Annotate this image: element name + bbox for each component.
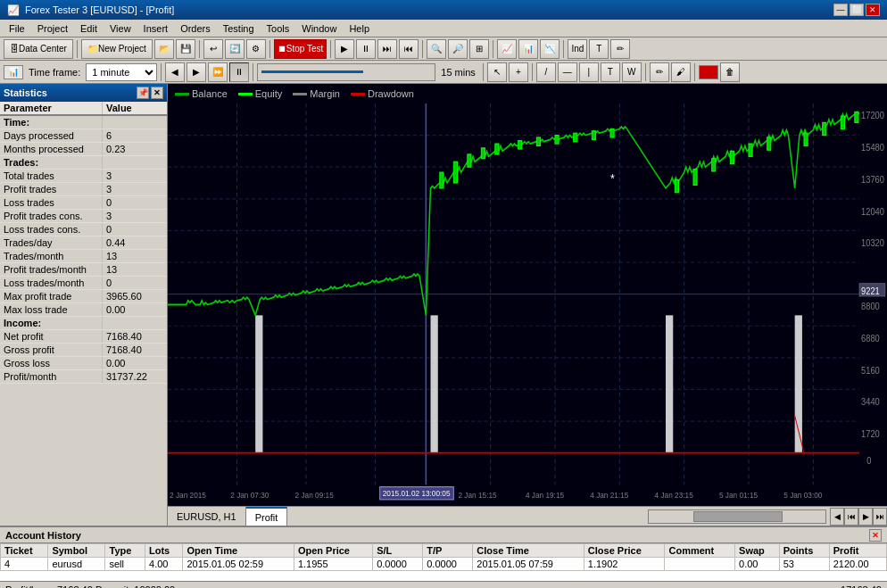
- chart-legend: Balance Equity Margin Drawdown: [168, 84, 887, 104]
- maximize-button[interactable]: ⬜: [850, 4, 864, 16]
- chart-tab-eurusd[interactable]: EURUSD, H1: [168, 507, 246, 526]
- chart-prev-end-button[interactable]: ⏮: [844, 508, 858, 526]
- cell-profit: 2120.00: [829, 558, 886, 571]
- speed-button[interactable]: ⏩: [208, 62, 228, 82]
- zoom-out-button[interactable]: 🔎: [448, 39, 468, 59]
- menu-view[interactable]: View: [104, 22, 137, 35]
- menu-insert[interactable]: Insert: [138, 22, 174, 35]
- menu-window[interactable]: Window: [296, 22, 342, 35]
- margin-label: Margin: [310, 88, 340, 99]
- drawdown-color-swatch: [351, 93, 365, 95]
- stats-row-total: Total trades 3: [0, 170, 167, 183]
- title-bar: 📈 Forex Tester 3 [EURUSD] - [Profit] — ⬜…: [0, 0, 887, 20]
- cell-tp: 0.0000: [423, 558, 473, 571]
- pause-speed-button[interactable]: ⏸: [229, 62, 249, 82]
- statistics-header: Statistics 📌 ✕: [0, 84, 167, 102]
- indicator-button[interactable]: Ind: [568, 39, 587, 59]
- close-button[interactable]: ✕: [866, 4, 880, 16]
- chart-prev-button[interactable]: ◀: [830, 508, 844, 526]
- chart-canvas[interactable]: * 17200 15480 13760 12040 10320 9221 922…: [168, 104, 887, 506]
- prev-bar-button[interactable]: ◀: [165, 62, 185, 82]
- legend-equity: Equity: [238, 88, 283, 99]
- fib-button[interactable]: W: [622, 62, 642, 82]
- chart-next-button[interactable]: ▶: [858, 508, 873, 526]
- zoom-fit-button[interactable]: ⊞: [469, 39, 489, 59]
- svg-rect-41: [712, 159, 716, 171]
- trade-row-1[interactable]: 4 eurusd sell 4.00 2015.01.05 02:59 1.19…: [1, 558, 887, 571]
- save-button[interactable]: 💾: [176, 39, 195, 59]
- svg-text:*: *: [610, 171, 615, 186]
- chart-next-end-button[interactable]: ⏭: [873, 508, 887, 526]
- brush-button[interactable]: 🖌: [671, 62, 691, 82]
- stats-pin-button[interactable]: 📌: [137, 87, 149, 99]
- new-project-icon: 📁: [87, 44, 98, 54]
- stop-test-button[interactable]: ⏹ Stop Test: [274, 39, 327, 59]
- trend-line-button[interactable]: /: [536, 62, 556, 82]
- chart-line-button[interactable]: 📈: [497, 39, 517, 59]
- menu-help[interactable]: Help: [344, 22, 375, 35]
- account-history-table-container[interactable]: Ticket Symbol Type Lots Open Time Open P…: [0, 543, 887, 581]
- back-button[interactable]: ↩: [203, 39, 223, 59]
- data-center-button[interactable]: 🗄 Data Center: [4, 39, 73, 59]
- menu-tools[interactable]: Tools: [261, 22, 295, 35]
- h-line-button[interactable]: —: [558, 62, 577, 82]
- statistics-panel: Statistics 📌 ✕ Parameter Value Time: Day…: [0, 84, 168, 526]
- cell-close-price: 1.1902: [584, 558, 665, 571]
- stats-row-trades-header: Trades:: [0, 156, 167, 170]
- col-sl: S/L: [373, 544, 423, 558]
- svg-rect-36: [574, 133, 577, 141]
- play-button[interactable]: ▶: [335, 39, 354, 59]
- balance-color-swatch: [175, 93, 189, 95]
- svg-text:5 Jan 01:15: 5 Jan 01:15: [719, 490, 758, 500]
- svg-text:2 Jan 09:15: 2 Jan 09:15: [295, 490, 334, 500]
- pencil-button[interactable]: ✏: [650, 62, 669, 82]
- step-back-button[interactable]: ⏮: [399, 39, 419, 59]
- text-button[interactable]: T: [601, 62, 620, 82]
- svg-text:9221: 9221: [861, 286, 880, 296]
- account-history-close[interactable]: ✕: [869, 529, 882, 542]
- margin-color-swatch: [293, 93, 307, 95]
- svg-text:4 Jan 23:15: 4 Jan 23:15: [655, 490, 693, 500]
- window-controls[interactable]: — ⬜ ✕: [833, 4, 880, 16]
- menu-testing[interactable]: Testing: [218, 22, 260, 35]
- chart-tab-nav[interactable]: ◀ ⏮ ▶ ⏭: [648, 507, 887, 526]
- menu-file[interactable]: File: [4, 22, 30, 35]
- statistics-title: Statistics: [4, 87, 47, 98]
- stats-header-controls[interactable]: 📌 ✕: [137, 87, 163, 99]
- new-project-button[interactable]: 📁 New Project: [81, 39, 153, 59]
- menu-project[interactable]: Project: [32, 22, 73, 35]
- template-button[interactable]: T: [589, 39, 609, 59]
- statistics-table: Parameter Value Time: Days processed 6 M…: [0, 102, 167, 526]
- settings-button[interactable]: ⚙: [246, 39, 266, 59]
- color-button[interactable]: [699, 65, 718, 79]
- svg-text:4 Jan 19:15: 4 Jan 19:15: [526, 490, 564, 500]
- step-button[interactable]: ⏭: [377, 39, 397, 59]
- svg-text:1720: 1720: [861, 428, 880, 439]
- chart-candle-button[interactable]: 📉: [540, 39, 560, 59]
- stop-icon: ⏹: [278, 44, 286, 54]
- chart-bar-button[interactable]: 📊: [518, 39, 538, 59]
- col-points: Points: [779, 544, 829, 558]
- stats-row-loss-trades: Loss trades 0: [0, 196, 167, 210]
- legend-margin: Margin: [293, 88, 340, 99]
- forward-button[interactable]: 🔄: [225, 39, 245, 59]
- next-bar-button[interactable]: ▶: [187, 62, 206, 82]
- crosshair-button[interactable]: +: [509, 62, 528, 82]
- arrow-tool-button[interactable]: ↖: [487, 62, 507, 82]
- v-line-button[interactable]: |: [579, 62, 599, 82]
- col-open-time: Open Time: [183, 544, 294, 558]
- timeframe-select[interactable]: 1 minute 5 minutes 15 minutes 1 hour 4 h…: [86, 63, 157, 81]
- stats-close-button[interactable]: ✕: [151, 87, 163, 99]
- speed-slider[interactable]: [257, 63, 435, 81]
- menu-orders[interactable]: Orders: [175, 22, 216, 35]
- minimize-button[interactable]: —: [833, 4, 848, 16]
- pause-button[interactable]: ⏸: [356, 39, 376, 59]
- svg-rect-24: [666, 315, 673, 452]
- drawing-button[interactable]: ✏: [610, 39, 630, 59]
- chart-tab-profit[interactable]: Profit: [246, 507, 288, 526]
- delete-button[interactable]: 🗑: [720, 62, 740, 82]
- zoom-in-button[interactable]: 🔍: [427, 39, 446, 59]
- menu-edit[interactable]: Edit: [75, 22, 103, 35]
- main-area: Statistics 📌 ✕ Parameter Value Time: Day…: [0, 84, 887, 526]
- open-button[interactable]: 📂: [154, 39, 174, 59]
